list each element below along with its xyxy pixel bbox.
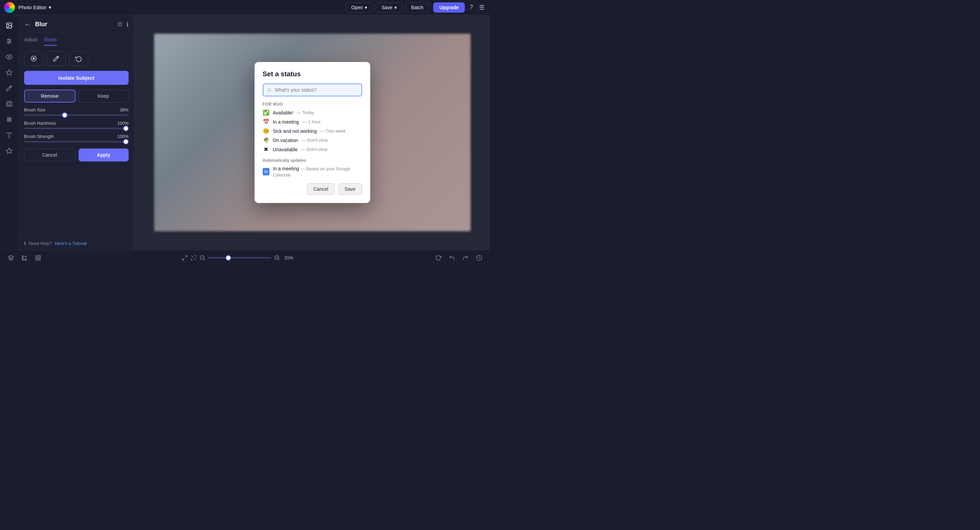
status-duration: — Don't clear — [301, 137, 328, 143]
apply-button[interactable]: Apply — [79, 148, 129, 161]
panel-info-button[interactable]: ℹ — [126, 21, 129, 28]
svg-point-5 — [8, 39, 9, 40]
fullscreen-button[interactable] — [182, 252, 188, 263]
dialog-cancel-button[interactable]: Cancel — [307, 183, 335, 195]
bottom-center: 31% — [182, 252, 295, 263]
app-title-button[interactable]: Photo Editor ▾ — [18, 5, 51, 11]
sidebar-item-effects[interactable] — [3, 66, 16, 79]
svg-point-11 — [7, 118, 9, 119]
status-input[interactable] — [275, 87, 358, 93]
app-title-text: Photo Editor — [18, 5, 47, 10]
svg-marker-17 — [6, 148, 12, 153]
upgrade-button[interactable]: Upgrade — [433, 2, 465, 13]
dialog-save-button[interactable]: Save — [338, 183, 362, 195]
crop-icon-button[interactable] — [19, 252, 30, 263]
cancel-apply-row: Cancel Apply — [24, 148, 129, 161]
tutorial-link[interactable]: Here's a Tutorial — [55, 241, 87, 246]
brush-hardness-slider[interactable] — [24, 128, 129, 129]
topbar: Photo Editor ▾ Open ▾ Save ▾ Batch Upgra… — [0, 0, 490, 15]
status-item[interactable]: 🤒 Sick and not working — This week — [263, 128, 362, 134]
save-button[interactable]: Save ▾ — [375, 2, 402, 13]
reset-tool-button[interactable] — [69, 51, 88, 66]
circle-tool-button[interactable] — [24, 51, 43, 66]
status-emoji: ✅ — [263, 109, 269, 116]
panel-back-button[interactable]: ← — [24, 21, 31, 28]
keep-button[interactable]: Keep — [78, 89, 129, 102]
remove-keep-row: Remove Keep — [24, 89, 129, 102]
svg-marker-20 — [8, 255, 14, 258]
status-item[interactable]: 🌴 On vacation — Don't clear — [263, 137, 362, 144]
dialog-save-label: Save — [345, 186, 356, 192]
main-layout: ← Blur ⧉ ℹ Adjust Erase — [0, 15, 490, 250]
fit-button[interactable] — [191, 252, 197, 263]
side-panel: ← Blur ⧉ ℹ Adjust Erase — [19, 15, 134, 250]
sidebar-item-photos[interactable] — [3, 19, 16, 32]
tab-erase[interactable]: Erase — [44, 37, 57, 46]
status-item[interactable]: 📅 In a meeting — 1 hour — [263, 118, 362, 125]
zoom-in-button[interactable] — [274, 252, 280, 263]
open-chevron: ▾ — [365, 5, 367, 10]
status-duration: — Today — [297, 110, 314, 115]
isolate-subject-button[interactable]: Isolate Subject — [24, 71, 129, 85]
tab-adjust[interactable]: Adjust — [24, 37, 37, 46]
menu-icon-button[interactable]: ☰ — [478, 2, 486, 13]
status-emoji: 🤒 — [263, 128, 269, 134]
svg-line-31 — [204, 259, 205, 260]
brush-erase-tool-button[interactable] — [47, 51, 66, 66]
redo-button[interactable] — [460, 252, 471, 263]
sidebar-item-brush[interactable] — [3, 82, 16, 95]
tool-icons-row — [24, 51, 129, 66]
svg-line-26 — [185, 255, 187, 257]
open-label: Open — [351, 5, 363, 10]
svg-rect-24 — [39, 258, 40, 260]
panel-title: Blur — [35, 21, 114, 28]
brush-strength-slider[interactable] — [24, 141, 129, 142]
apply-label: Apply — [97, 152, 110, 158]
brush-hardness-value: 100% — [118, 121, 129, 126]
svg-point-13 — [7, 120, 9, 121]
status-duration: — This week — [320, 128, 346, 134]
refresh-icon-button[interactable] — [433, 252, 444, 263]
zoom-slider[interactable] — [208, 257, 271, 259]
save-label: Save — [382, 5, 392, 10]
zoom-out-button[interactable] — [199, 252, 205, 263]
batch-button[interactable]: Batch — [405, 2, 429, 13]
sidebar-item-adjustments[interactable] — [3, 35, 16, 48]
help-icon-button[interactable]: ? — [468, 2, 474, 12]
help-icon: ? — [469, 4, 473, 11]
open-button[interactable]: Open ▾ — [345, 2, 373, 13]
layers-icon-button[interactable] — [5, 252, 16, 263]
panel-content: Isolate Subject Remove Keep Brush Size 3… — [19, 46, 134, 236]
svg-rect-21 — [23, 256, 26, 259]
undo-button[interactable] — [447, 252, 457, 263]
brush-strength-group: Brush Strength 100% — [24, 134, 129, 142]
info-icon: ℹ — [126, 21, 129, 28]
sidebar-item-eye[interactable] — [3, 50, 16, 63]
sidebar-item-elements[interactable] — [3, 113, 16, 126]
sidebar-item-text[interactable] — [3, 129, 16, 142]
brush-hardness-group: Brush Hardness 100% — [24, 121, 129, 129]
brush-strength-label: Brush Strength — [24, 134, 54, 139]
panel-copy-button[interactable]: ⧉ — [118, 21, 122, 28]
sidebar-item-graphics[interactable] — [3, 144, 16, 157]
cancel-button[interactable]: Cancel — [24, 148, 75, 161]
brush-size-slider[interactable] — [24, 115, 129, 116]
bottom-left — [5, 252, 43, 263]
svg-point-19 — [33, 58, 35, 60]
remove-button[interactable]: Remove — [24, 89, 76, 102]
auto-meeting-item[interactable]: 31 In a meeting — Based on your Google C… — [263, 166, 362, 178]
svg-point-1 — [8, 24, 8, 25]
brush-size-value: 38% — [120, 107, 129, 112]
grid-icon-button[interactable] — [33, 252, 43, 263]
sidebar-item-frames[interactable] — [3, 97, 16, 110]
status-item[interactable]: ✖ Unavailable — Don't clear — [263, 146, 362, 153]
panel-header: ← Blur ⧉ ℹ — [19, 15, 134, 33]
history-button[interactable] — [474, 252, 485, 263]
bottom-right — [433, 252, 485, 263]
svg-line-28 — [191, 255, 193, 257]
dialog-input-wrap[interactable]: ☺ — [263, 83, 362, 96]
svg-point-8 — [8, 56, 10, 58]
canvas-area[interactable]: Set a status ☺ For MUO ✅ Available! — To… — [134, 15, 490, 250]
status-item[interactable]: ✅ Available! — Today — [263, 109, 362, 116]
svg-rect-9 — [7, 102, 12, 107]
